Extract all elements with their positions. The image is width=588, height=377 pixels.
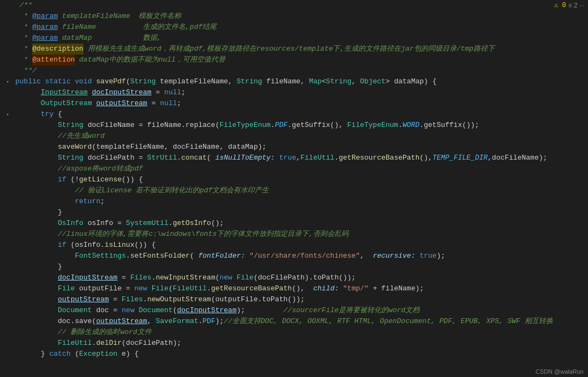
- normal-text: [15, 338, 58, 349]
- normal-text: .: [398, 120, 403, 131]
- named-param: fontFolder:: [198, 251, 245, 262]
- param-tag: @param: [32, 22, 58, 33]
- normal-text: .: [169, 218, 173, 229]
- code-line-5: * @description 用模板先生成生成word，再转成pdf,模板存放路…: [15, 44, 588, 54]
- code-line-20: }: [15, 207, 588, 218]
- var-name: outputStream: [96, 98, 147, 109]
- normal-text: =: [117, 272, 130, 283]
- method-call: setFontsFolder: [130, 251, 190, 262]
- var-name: docInputStream: [177, 305, 237, 316]
- comment-text: templateFileName 模板文件名称: [58, 11, 181, 22]
- type: File: [237, 272, 254, 283]
- credit-label: CSDN @walaRun: [536, 368, 584, 375]
- code-line-24: FontSettings . setFontsFolder ( fontFold…: [15, 251, 588, 262]
- keyword: public: [15, 76, 41, 87]
- fold-cell: [4, 33, 11, 44]
- normal-text: .: [271, 120, 275, 131]
- normal-text: <: [322, 76, 326, 87]
- comment: //linux环境的字体,需要将c:\windows\fonts下的字体文件放到…: [58, 229, 349, 240]
- comment-text: dataMap中的数据不能为null，可用空值代替: [75, 54, 225, 65]
- normal-text: [232, 272, 237, 283]
- normal-text: doc =: [92, 305, 122, 316]
- type: String: [58, 153, 83, 163]
- keyword: null: [164, 87, 181, 98]
- code-line-9: InputStream docInputStream = null ;: [15, 87, 588, 98]
- type: Object: [360, 76, 386, 87]
- normal-text: [15, 109, 41, 120]
- fold-area: ▾ ▾: [4, 0, 11, 377]
- normal-text: .getSuffix());: [419, 120, 479, 131]
- normal-text: doc.save(: [15, 316, 96, 327]
- type: StrUtil: [147, 153, 177, 163]
- method-call: isLinux: [105, 240, 135, 251]
- type: File: [152, 283, 169, 294]
- type: FileUtil: [301, 153, 334, 163]
- keyword: void: [75, 76, 92, 87]
- code-line-12: String docFileName = fileName.replace( F…: [15, 120, 588, 131]
- normal-text: [92, 76, 96, 87]
- normal-text: (: [207, 153, 215, 163]
- string-literal: "tmp/": [343, 283, 369, 294]
- normal-text: (!: [67, 174, 79, 185]
- var-name: outputStream: [96, 316, 147, 327]
- named-param: recursive:: [373, 251, 415, 262]
- code-line-17: if (! getLicense ()) {: [15, 174, 588, 185]
- normal-text: [15, 251, 75, 262]
- normal-text: [15, 131, 58, 142]
- comment-text: **/: [15, 65, 37, 76]
- fold-cell: [4, 98, 11, 109]
- code-line-2: * @param templateFileName 模板文件名称: [15, 11, 588, 22]
- string-literal: "/usr/share/fonts/chinese": [249, 251, 360, 262]
- normal-text: [15, 283, 58, 294]
- fold-cell: [4, 54, 11, 65]
- code-line-22: //linux环境的字体,需要将c:\windows\fonts下的字体文件放到…: [15, 229, 588, 240]
- warning-icon: ⚠ 0: [554, 1, 566, 9]
- comment-text: 用模板先生成生成word，再转成pdf,模板存放路径在resources/tem…: [83, 44, 495, 54]
- code-line-18: // 验证License 若不验证则转化出的pdf文档会有水印产生: [15, 185, 588, 196]
- normal-text: docFileName = fileName.replace(: [83, 120, 220, 131]
- normal-text: [15, 218, 58, 229]
- type: Files: [130, 272, 152, 283]
- method-call: newOutputStream: [147, 294, 211, 305]
- fold-cell: [4, 44, 11, 54]
- method-call: getResourceBasePath: [339, 153, 419, 163]
- normal-text: [15, 87, 41, 98]
- normal-text: [15, 174, 58, 185]
- normal-text: }: [15, 349, 49, 360]
- normal-text: + fileName);: [369, 283, 424, 294]
- comment: //全面支持DOC, DOCX, OOXML, RTF HTML, OpenDo…: [224, 316, 553, 327]
- code-line-15: String docFilePath = StrUtil . concat ( …: [15, 153, 588, 163]
- normal-text: .: [92, 338, 96, 349]
- normal-text: [15, 229, 58, 240]
- code-line-23: if (osInfo. isLinux ()) {: [15, 240, 588, 251]
- code-line-27: File outputFile = new File ( FileUtil . …: [15, 283, 588, 294]
- normal-text: ;: [181, 87, 185, 98]
- method-call: getLicense: [79, 174, 122, 185]
- normal-text: (),: [419, 153, 432, 163]
- normal-text: =: [147, 98, 160, 109]
- comment-text: /**: [15, 0, 32, 11]
- keyword: true: [419, 251, 436, 262]
- var-name: docInputStream: [92, 87, 151, 98]
- normal-text: .: [177, 153, 181, 163]
- keyword: new: [122, 305, 134, 316]
- var-name: docInputStream: [58, 272, 117, 283]
- top-bar: ⚠ 0 ≡ 2 ···: [551, 0, 588, 10]
- normal-text: (: [169, 283, 173, 294]
- method-call: saveWord: [58, 142, 92, 153]
- normal-text: [415, 251, 419, 262]
- normal-text: (docFilePath);: [122, 338, 181, 349]
- method-call: concat: [181, 153, 207, 163]
- normal-text: [15, 240, 58, 251]
- comment: //aspose将word转成pdf: [58, 163, 143, 174]
- normal-text: [339, 283, 343, 294]
- normal-text: ();: [211, 218, 224, 229]
- method-name: savePdf: [96, 76, 126, 87]
- normal-text: [15, 153, 58, 163]
- keyword: true: [279, 153, 296, 163]
- type: FileUtil: [58, 338, 92, 349]
- type: OutputStream: [41, 98, 92, 109]
- keyword: catch: [49, 349, 70, 360]
- fold-cell: [4, 11, 11, 22]
- comment: //先生成word: [58, 131, 105, 142]
